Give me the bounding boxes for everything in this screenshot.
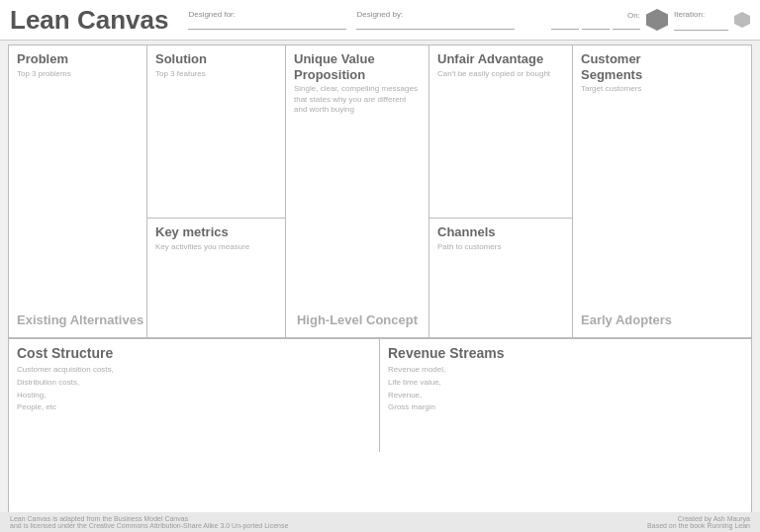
app-title: Lean Canvas [10,5,168,36]
key-metrics-cell: Key metrics Key activities you measure [147,219,286,337]
header-right: On: Iteration: [551,9,750,31]
unfair-cell: Unfair Advantage Can't be easily copied … [429,45,573,219]
existing-alternatives-label: Existing Alternatives [17,312,143,327]
unfair-title: Unfair Advantage [437,51,564,67]
hexagon-icon-2 [734,12,750,28]
key-metrics-subtitle: Key activities you measure [155,242,277,252]
solution-subtitle: Top 3 features [155,69,277,79]
date-day-input[interactable] [551,20,579,30]
unfair-subtitle: Can't be easily copied or bought [437,69,564,79]
revenue-streams-cell: Revenue Streams Revenue model, Life time… [380,339,751,452]
iteration-input[interactable] [674,21,728,31]
problem-subtitle: Top 3 problems [17,69,139,79]
designed-by-field: Designed by: [356,10,515,30]
uvp-title: Unique Value Proposition [294,51,421,82]
customer-cell: Customer Segments Target customers Early… [573,45,712,337]
cost-structure-title: Cost Structure [17,345,371,361]
footer-bar: Lean Canvas is adapted from the Business… [0,512,760,532]
header-fields: Designed for: Designed by: [188,10,541,30]
customer-subtitle: Target customers [581,84,704,94]
header: Lean Canvas Designed for: Designed by: O… [0,0,760,41]
uvp-cell: Unique Value Proposition Single, clear, … [286,45,429,337]
channels-title: Channels [437,224,564,240]
problem-cell: Problem Top 3 problems Existing Alternat… [9,45,147,337]
customer-title: Customer Segments [581,51,704,82]
designed-for-label: Designed for: [188,10,346,19]
key-metrics-title: Key metrics [155,224,277,240]
revenue-streams-title: Revenue Streams [388,345,743,361]
hexagon-icon [646,9,668,31]
date-section: On: [551,11,640,30]
high-level-concept-label: High-Level Concept [297,312,418,327]
date-label: On: [627,11,640,20]
uvp-subtitle: Single, clear, compelling messages that … [294,84,421,115]
channels-subtitle: Path to customers [437,242,564,252]
cost-structure-items: Customer acquisition costs, Distribution… [17,364,371,414]
date-inputs [551,20,640,30]
cost-structure-cell: Cost Structure Customer acquisition cost… [9,339,380,452]
designed-for-field: Designed for: [188,10,346,30]
channels-cell: Channels Path to customers [429,219,573,337]
problem-title: Problem [17,51,139,67]
designed-by-input[interactable] [356,19,515,30]
main-grid: Problem Top 3 problems Existing Alternat… [9,45,751,338]
iteration-section: Iteration: [674,10,728,31]
solution-title: Solution [155,51,277,67]
footer-left: Lean Canvas is adapted from the Business… [10,515,288,529]
date-month-input[interactable] [582,20,610,30]
footer-right: Created by Ash Maurya Based on the book … [647,515,750,529]
designed-for-input[interactable] [188,19,346,30]
iteration-label: Iteration: [674,10,705,19]
solution-cell: Solution Top 3 features [147,45,286,219]
canvas: Problem Top 3 problems Existing Alternat… [8,44,752,514]
date-year-input[interactable] [613,20,640,30]
bottom-grid: Cost Structure Customer acquisition cost… [9,338,751,452]
early-adopters-label: Early Adopters [581,312,672,327]
designed-by-label: Designed by: [356,10,515,19]
revenue-streams-items: Revenue model, Life time value, Revenue,… [388,364,743,414]
